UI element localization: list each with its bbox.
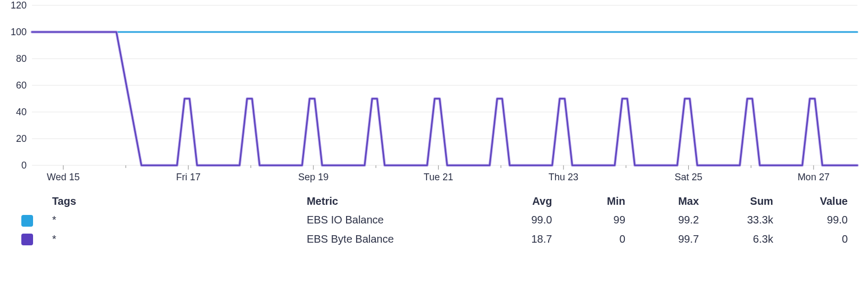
legend-min: 99 bbox=[557, 211, 630, 230]
col-min: Min bbox=[557, 192, 630, 211]
svg-text:120: 120 bbox=[11, 0, 27, 11]
legend-avg: 18.7 bbox=[484, 230, 557, 249]
svg-text:Mon 27: Mon 27 bbox=[798, 172, 830, 182]
legend-value: 0 bbox=[778, 230, 853, 249]
svg-text:Sat 25: Sat 25 bbox=[674, 172, 702, 182]
series-swatch bbox=[21, 234, 33, 245]
col-metric: Metric bbox=[301, 192, 484, 211]
svg-text:Thu 23: Thu 23 bbox=[549, 172, 578, 182]
legend-sum: 6.3k bbox=[704, 230, 778, 249]
col-sum: Sum bbox=[704, 192, 778, 211]
svg-text:Tue 21: Tue 21 bbox=[424, 172, 453, 182]
svg-text:100: 100 bbox=[11, 27, 27, 37]
legend-row[interactable]: * EBS IO Balance 99.0 99 99.2 33.3k 99.0 bbox=[16, 211, 853, 230]
svg-text:20: 20 bbox=[16, 133, 27, 144]
legend-avg: 99.0 bbox=[484, 211, 557, 230]
legend-tags: * bbox=[47, 211, 302, 230]
svg-text:40: 40 bbox=[16, 107, 27, 117]
col-avg: Avg bbox=[484, 192, 557, 211]
legend-min: 0 bbox=[557, 230, 630, 249]
legend-table: Tags Metric Avg Min Max Sum Value * EBS … bbox=[16, 192, 853, 249]
metrics-panel: 020406080100120Wed 15Fri 17Sep 19Tue 21T… bbox=[0, 0, 868, 288]
legend-max: 99.7 bbox=[631, 230, 704, 249]
svg-text:0: 0 bbox=[21, 160, 27, 171]
timeseries-chart: 020406080100120Wed 15Fri 17Sep 19Tue 21T… bbox=[0, 0, 868, 187]
series-swatch bbox=[21, 215, 33, 227]
legend-metric: EBS IO Balance bbox=[301, 211, 484, 230]
legend-header-row: Tags Metric Avg Min Max Sum Value bbox=[16, 192, 853, 211]
legend-row[interactable]: * EBS Byte Balance 18.7 0 99.7 6.3k 0 bbox=[16, 230, 853, 249]
svg-text:Fri 17: Fri 17 bbox=[176, 172, 200, 182]
svg-text:60: 60 bbox=[16, 80, 27, 91]
legend-tags: * bbox=[47, 230, 302, 249]
legend-metric: EBS Byte Balance bbox=[301, 230, 484, 249]
col-max: Max bbox=[631, 192, 704, 211]
legend-sum: 33.3k bbox=[704, 211, 778, 230]
svg-text:Wed 15: Wed 15 bbox=[47, 172, 80, 182]
col-value: Value bbox=[778, 192, 853, 211]
col-tags: Tags bbox=[47, 192, 302, 211]
svg-text:80: 80 bbox=[16, 53, 27, 64]
legend-value: 99.0 bbox=[778, 211, 853, 230]
svg-text:Sep 19: Sep 19 bbox=[298, 172, 328, 182]
legend-max: 99.2 bbox=[631, 211, 704, 230]
